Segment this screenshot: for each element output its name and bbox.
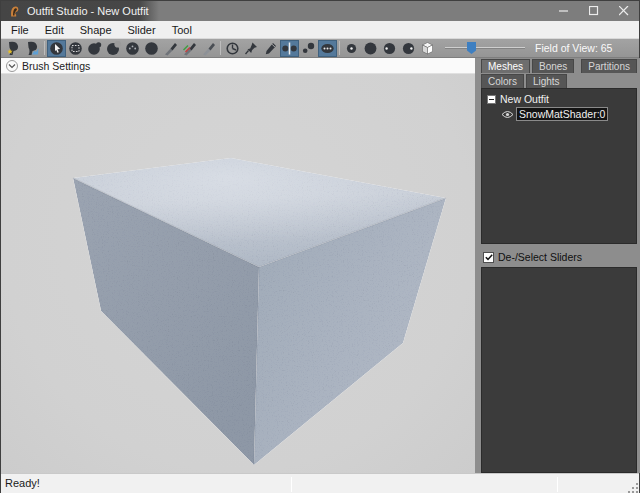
right-view-button[interactable] — [399, 40, 418, 57]
tab-colors[interactable]: Colors — [481, 74, 524, 88]
alpha-brush-icon — [200, 41, 217, 56]
new-project-button[interactable] — [4, 40, 23, 57]
collapse-box-icon[interactable] — [487, 95, 496, 104]
right-view-icon — [400, 41, 417, 56]
tab-meshes[interactable]: Meshes — [481, 59, 530, 73]
new-project-icon — [5, 41, 22, 56]
app-logo-icon — [8, 5, 21, 18]
chevron-down-icon — [8, 63, 16, 69]
smooth-brush-button[interactable] — [142, 40, 161, 57]
right-panel: Meshes Bones Partitions Colors Lights Ne… — [479, 58, 640, 473]
fov-slider[interactable] — [445, 41, 525, 55]
menu-bar: File Edit Shape Slider Tool — [1, 21, 639, 39]
resize-grip[interactable] — [626, 481, 638, 493]
menu-tool[interactable]: Tool — [164, 21, 200, 39]
maximize-button[interactable] — [579, 1, 609, 21]
smooth-brush-icon — [143, 41, 160, 56]
window-title: Outfit Studio - New Outfit — [27, 5, 149, 17]
fov-slider-track — [445, 47, 525, 49]
x-mirror-button[interactable] — [280, 40, 299, 57]
left-view-icon — [381, 41, 398, 56]
color-brush-button[interactable] — [180, 40, 199, 57]
load-project-button[interactable] — [23, 40, 42, 57]
tab-row-2: Colors Lights — [479, 73, 640, 88]
color-brush-icon — [181, 41, 198, 56]
slider-toggle-bar: De-/Select Sliders — [481, 250, 637, 264]
tab-lights[interactable]: Lights — [526, 74, 567, 88]
tree-item-row[interactable]: SnowMatShader:0 — [501, 107, 636, 121]
load-project-icon — [24, 41, 41, 56]
status-text: Ready! — [5, 477, 40, 489]
main-area: Brush Settings — [1, 58, 639, 473]
global-brush-button[interactable] — [318, 40, 337, 57]
menu-file[interactable]: File — [3, 21, 37, 39]
menu-slider[interactable]: Slider — [120, 21, 164, 39]
fov-slider-thumb[interactable] — [467, 42, 476, 54]
left-view-button[interactable] — [380, 40, 399, 57]
tab-partitions[interactable]: Partitions — [581, 59, 637, 73]
front-view-icon — [343, 41, 360, 56]
3d-cube-mesh[interactable] — [1, 74, 475, 473]
global-brush-icon — [319, 41, 336, 56]
3d-viewport[interactable] — [1, 74, 475, 473]
back-view-button[interactable] — [361, 40, 380, 57]
window-controls — [549, 1, 639, 21]
tree-root-row[interactable]: New Outfit — [485, 92, 636, 106]
transform-tool-button[interactable] — [223, 40, 242, 57]
status-separator — [291, 477, 292, 492]
brush-settings-label: Brush Settings — [22, 60, 90, 72]
deflate-brush-icon — [105, 41, 122, 56]
pin-tool-button[interactable] — [242, 40, 261, 57]
tab-bones[interactable]: Bones — [532, 59, 574, 73]
close-button[interactable] — [609, 1, 639, 21]
mesh-tree[interactable]: New Outfit SnowMatShader:0 — [481, 88, 637, 244]
brush-settings-header[interactable]: Brush Settings — [1, 58, 475, 74]
inflate-brush-button[interactable] — [85, 40, 104, 57]
menu-shape[interactable]: Shape — [72, 21, 120, 39]
viewport-pane: Brush Settings — [1, 58, 475, 473]
minimize-button[interactable] — [549, 1, 579, 21]
sliders-panel[interactable] — [481, 267, 637, 473]
transform-tool-icon — [224, 41, 241, 56]
checkmark-icon — [485, 254, 493, 261]
x-mirror-icon — [281, 41, 298, 56]
status-bar: Ready! — [1, 473, 639, 493]
vertex-pencil-icon — [262, 41, 279, 56]
title-bar: Outfit Studio - New Outfit — [1, 1, 639, 21]
close-icon — [619, 6, 629, 16]
app-window: Outfit Studio - New Outfit File Edit Sha… — [0, 0, 640, 493]
toolbar-separator — [339, 41, 340, 55]
toolbar: Field of View: 65 — [1, 39, 639, 58]
toolbar-separator — [220, 41, 221, 55]
maximize-icon — [589, 6, 599, 16]
visibility-eye-icon[interactable] — [501, 110, 514, 119]
mask-brush-icon — [67, 41, 84, 56]
perspective-cube-icon — [419, 41, 436, 56]
status-separator — [557, 477, 558, 492]
toolbar-separator — [44, 41, 45, 55]
collapse-chevron-button[interactable] — [6, 60, 18, 72]
deselect-sliders-checkbox[interactable] — [483, 252, 494, 263]
connected-only-button[interactable] — [299, 40, 318, 57]
perspective-toggle-button[interactable] — [418, 40, 437, 57]
move-brush-button[interactable] — [123, 40, 142, 57]
weight-brush-button[interactable] — [161, 40, 180, 57]
mask-brush-button[interactable] — [66, 40, 85, 57]
weight-brush-icon — [162, 41, 179, 56]
move-brush-icon — [124, 41, 141, 56]
tree-root-label: New Outfit — [500, 93, 549, 105]
connected-only-icon — [300, 41, 317, 56]
fov-label: Field of View: 65 — [535, 42, 612, 54]
minimize-icon — [559, 6, 569, 16]
back-view-icon — [362, 41, 379, 56]
deflate-brush-button[interactable] — [104, 40, 123, 57]
tree-item-label[interactable]: SnowMatShader:0 — [516, 107, 608, 121]
select-tool-button[interactable] — [47, 40, 66, 57]
alpha-brush-button[interactable] — [199, 40, 218, 57]
menu-edit[interactable]: Edit — [37, 21, 72, 39]
front-view-button[interactable] — [342, 40, 361, 57]
select-tool-icon — [48, 41, 65, 56]
vertex-pencil-button[interactable] — [261, 40, 280, 57]
fov-control: Field of View: 65 — [445, 41, 612, 55]
tab-row-1: Meshes Bones Partitions — [479, 58, 640, 73]
